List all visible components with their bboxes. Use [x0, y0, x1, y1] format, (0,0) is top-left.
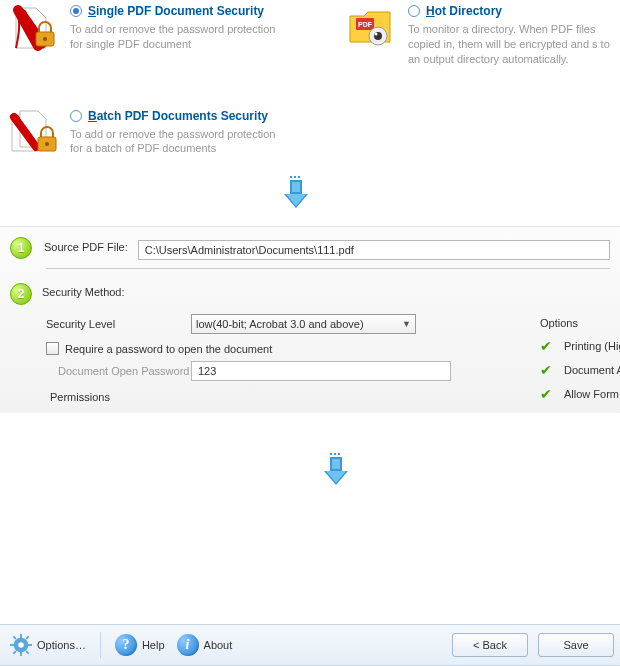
security-level-select[interactable]: low(40-bit; Acrobat 3.0 and above) ▼ — [191, 314, 416, 334]
svg-rect-24 — [332, 459, 340, 469]
source-file-input[interactable] — [138, 240, 610, 260]
mode-single-desc: To add or remove the password protection… — [70, 22, 290, 52]
svg-point-10 — [45, 142, 49, 146]
check-icon: ✔ — [540, 363, 552, 377]
svg-rect-28 — [20, 651, 22, 656]
doc-password-input[interactable] — [191, 361, 451, 381]
svg-rect-19 — [334, 453, 336, 455]
mode-batch[interactable]: Batch PDF Documents Security To add or r… — [8, 105, 346, 169]
svg-point-2 — [43, 37, 47, 41]
doc-password-label: Document Open Password — [46, 365, 191, 377]
folder-watch-icon: PDF — [346, 2, 396, 52]
info-icon — [177, 634, 199, 656]
svg-rect-27 — [20, 634, 22, 639]
permissions-header: Permissions — [50, 391, 610, 403]
step-2-badge: 2 — [10, 283, 32, 305]
svg-point-26 — [18, 642, 24, 648]
help-icon — [115, 634, 137, 656]
svg-rect-12 — [294, 176, 296, 178]
option-form: ✔ Allow Form — [540, 387, 620, 401]
security-level-label: Security Level — [46, 318, 191, 330]
svg-rect-11 — [290, 176, 292, 178]
svg-rect-29 — [10, 644, 15, 646]
mode-single-label: Single PDF Document Security — [88, 4, 264, 18]
svg-point-8 — [12, 115, 20, 123]
mode-batch-label: Batch PDF Documents Security — [88, 109, 268, 123]
svg-rect-20 — [338, 453, 340, 455]
svg-rect-13 — [298, 176, 300, 178]
source-file-label: Source PDF File: — [44, 241, 128, 253]
svg-marker-16 — [286, 194, 306, 206]
radio-single[interactable] — [70, 5, 82, 17]
options-button[interactable]: Options… — [6, 632, 90, 658]
mode-hot-directory[interactable]: PDF Hot Directory To monitor a directory… — [346, 0, 612, 79]
option-printing: ✔ Printing (Hig — [540, 339, 620, 353]
mode-hot-desc: To monitor a directory. When PDF files c… — [408, 22, 612, 67]
check-icon: ✔ — [540, 387, 552, 401]
save-button[interactable]: Save — [538, 633, 614, 657]
gear-icon — [10, 634, 32, 656]
svg-rect-32 — [25, 636, 29, 640]
back-button[interactable]: < Back — [452, 633, 528, 657]
mode-hot-label: Hot Directory — [426, 4, 502, 18]
radio-batch[interactable] — [70, 110, 82, 122]
settings-panel: 1 Source PDF File: 2 Security Method: Se… — [0, 226, 620, 413]
svg-rect-30 — [27, 644, 32, 646]
mode-batch-desc: To add or remove the password protection… — [70, 127, 290, 157]
option-document: ✔ Document A — [540, 363, 620, 377]
check-icon: ✔ — [540, 339, 552, 353]
security-level-value: low(40-bit; Acrobat 3.0 and above) — [196, 318, 364, 330]
help-button[interactable]: Help — [111, 632, 169, 658]
step-1-badge: 1 — [10, 237, 32, 259]
arrow-down-icon — [320, 453, 352, 489]
security-method-label: Security Method: — [42, 286, 610, 298]
svg-rect-18 — [330, 453, 332, 455]
options-panel: Options ✔ Printing (Hig ✔ Document A ✔ A… — [540, 317, 620, 411]
svg-rect-34 — [25, 650, 29, 654]
options-title: Options — [540, 317, 620, 329]
bottom-toolbar: Options… Help About < Back Save — [0, 624, 620, 666]
require-password-label: Require a password to open the document — [65, 343, 272, 355]
arrow-down-icon — [280, 176, 312, 212]
svg-rect-33 — [13, 650, 17, 654]
svg-point-7 — [375, 33, 378, 36]
mode-single[interactable]: Single PDF Document Security To add or r… — [8, 0, 346, 79]
svg-rect-17 — [292, 182, 300, 192]
svg-rect-31 — [13, 636, 17, 640]
svg-text:PDF: PDF — [358, 21, 373, 28]
chevron-down-icon: ▼ — [402, 319, 411, 329]
require-password-checkbox[interactable] — [46, 342, 59, 355]
about-button[interactable]: About — [173, 632, 237, 658]
svg-marker-23 — [326, 471, 346, 483]
radio-hot[interactable] — [408, 5, 420, 17]
pdf-batch-lock-icon — [8, 107, 58, 157]
pdf-lock-icon — [8, 2, 58, 52]
